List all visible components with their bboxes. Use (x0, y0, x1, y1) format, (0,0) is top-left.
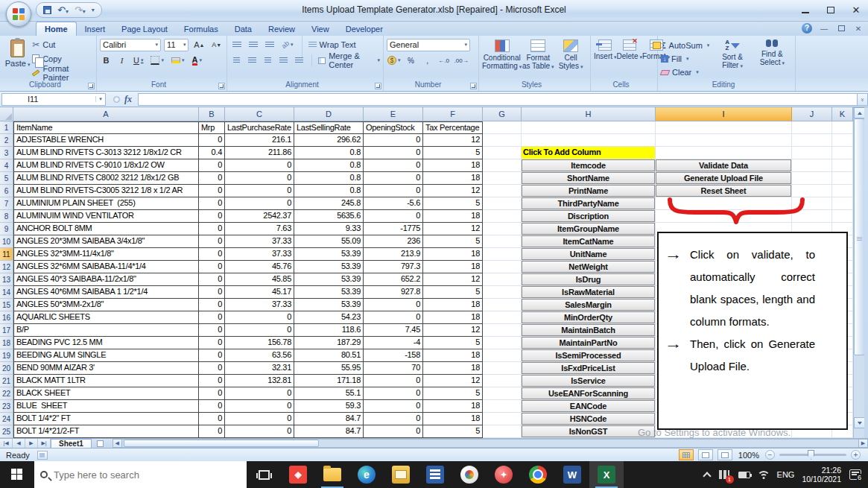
field-button-thirdpartyname[interactable]: ThirdPartyName (522, 197, 655, 209)
field-button-isdrug[interactable]: IsDrug (522, 273, 655, 285)
cell-G15[interactable] (483, 299, 522, 311)
cell-B9[interactable]: 0 (199, 223, 225, 235)
cell-F17[interactable]: 12 (423, 324, 483, 337)
cell-A12[interactable]: ANGLES 32*6MM SAIBABA-11/4*1/4 (13, 261, 199, 273)
tray-app-icon[interactable]: 1 (717, 468, 731, 481)
cell-A5[interactable]: ALUM BLIND RIVETS C8002 3212 1/8x1/2 GB (13, 172, 199, 185)
cell-B3[interactable]: 0.4 (199, 147, 225, 159)
cell-A21[interactable]: BLACK MATT 1LTR (13, 375, 199, 387)
cell-I4[interactable]: Validate Data (656, 159, 792, 172)
increase-indent-button[interactable] (293, 54, 305, 67)
cell-I5[interactable]: Generate Upload File (656, 172, 792, 185)
cell-F6[interactable]: 12 (423, 185, 483, 197)
cell-C15[interactable]: 37.33 (225, 299, 294, 311)
cell-B8[interactable]: 0 (199, 210, 225, 223)
cell-F5[interactable]: 18 (423, 172, 483, 185)
cell-C10[interactable]: 37.33 (225, 235, 294, 248)
cell-G17[interactable] (483, 324, 522, 337)
clock[interactable]: 21:2610/10/2021 (802, 466, 841, 484)
cell-A17[interactable]: B/P (13, 324, 199, 337)
cell-J1[interactable] (792, 121, 832, 134)
formula-input[interactable] (138, 93, 857, 106)
cell-A16[interactable]: AQUARLIC SHEETS (13, 311, 199, 324)
cell-H15[interactable]: SalesMargin (522, 299, 656, 311)
italic-button[interactable]: I (115, 54, 128, 67)
taskbar-app-excel[interactable]: X (589, 461, 624, 488)
taskbar-app-outlook[interactable] (384, 461, 418, 488)
cell-F1[interactable]: Tax Percentage (423, 121, 483, 134)
paste-button[interactable]: Paste (3, 38, 32, 80)
cell-G22[interactable] (483, 387, 522, 400)
help-icon[interactable]: ? (802, 23, 812, 34)
cell-D6[interactable]: 0.8 (294, 185, 364, 197)
cell-C16[interactable]: 0 (225, 311, 294, 324)
underline-button[interactable]: U (131, 54, 145, 67)
cell-C9[interactable]: 7.63 (225, 223, 294, 235)
field-button-printname[interactable]: PrintName (522, 185, 655, 197)
zoom-slider[interactable] (779, 454, 846, 456)
field-button-itemcatname[interactable]: ItemCatName (522, 235, 655, 247)
redo-icon[interactable]: ↷▾ (75, 5, 86, 15)
cell-H18[interactable]: MaintainPartNo (522, 337, 656, 349)
zoom-in-button[interactable]: + (851, 450, 861, 460)
autosum-button[interactable]: ΣAutoSum (661, 39, 709, 52)
column-header-e[interactable]: E (364, 107, 423, 121)
cell-F19[interactable]: 18 (423, 349, 483, 362)
clear-button[interactable]: Clear (661, 66, 709, 79)
cell-H22[interactable]: UseEANForScanning (522, 387, 656, 400)
cell-E8[interactable]: 0 (364, 210, 423, 223)
font-size-select[interactable]: 11 (164, 39, 189, 51)
next-sheet-icon[interactable]: ▶ (25, 439, 38, 448)
cell-B17[interactable]: 0 (199, 324, 225, 337)
cell-H5[interactable]: ShortName (522, 172, 656, 185)
cell-G6[interactable] (483, 185, 522, 197)
align-middle-button[interactable] (247, 39, 260, 51)
fill-button[interactable]: ↓Fill (661, 52, 709, 66)
cell-B21[interactable]: 0 (199, 375, 225, 387)
ribbon-tab-formulas[interactable]: Formulas (176, 22, 226, 36)
cell-F21[interactable]: 12 (423, 375, 483, 387)
cell-H12[interactable]: NetWeight (522, 261, 656, 273)
fill-color-button[interactable] (169, 54, 187, 67)
cell-D16[interactable]: 54.23 (294, 311, 364, 324)
cell-B2[interactable]: 0 (199, 134, 225, 147)
qat-customize-icon[interactable]: ▾ (92, 7, 95, 13)
cell-B14[interactable]: 0 (199, 286, 225, 299)
font-color-button[interactable]: A (190, 54, 204, 67)
cell-A13[interactable]: ANGLES 40*3 SAIBABA-11/2x1/8" (13, 273, 199, 286)
cell-G11[interactable] (483, 248, 522, 261)
cell-styles-button[interactable]: Cell Styles (554, 38, 587, 80)
cell-B24[interactable]: 0 (199, 413, 225, 425)
cell-A7[interactable]: ALUMINIUM PLAIN SHEET (255) (13, 197, 199, 210)
cell-F12[interactable]: 18 (423, 261, 483, 273)
cell-H14[interactable]: IsRawMaterial (522, 286, 656, 299)
cell-J3[interactable] (792, 147, 832, 159)
row-header-16[interactable]: 16 (0, 311, 13, 324)
cell-B10[interactable]: 0 (199, 235, 225, 248)
field-button-minorderqty[interactable]: MinOrderQty (522, 311, 655, 323)
cell-I1[interactable] (656, 121, 792, 134)
taskbar-app-anydesk[interactable]: ◈ (281, 461, 315, 488)
cell-B12[interactable]: 0 (199, 261, 225, 273)
cell-E12[interactable]: 797.3 (364, 261, 423, 273)
cell-G3[interactable] (483, 147, 522, 159)
cell-A20[interactable]: BEND 90MM AIZAR 3' (13, 362, 199, 375)
row-header-22[interactable]: 22 (0, 387, 13, 400)
row-header-13[interactable]: 13 (0, 273, 13, 286)
cell-K4[interactable] (832, 159, 853, 172)
cell-D9[interactable]: 9.33 (294, 223, 364, 235)
start-button[interactable] (0, 461, 34, 488)
merge-center-button[interactable]: Merge & Center (318, 54, 380, 67)
row-header-14[interactable]: 14 (0, 286, 13, 299)
cell-H10[interactable]: ItemCatName (522, 235, 656, 248)
cell-H19[interactable]: IsSemiProcessed (522, 349, 656, 362)
cell-F2[interactable]: 12 (423, 134, 483, 147)
cell-C21[interactable]: 132.81 (225, 375, 294, 387)
cell-E11[interactable]: 213.9 (364, 248, 423, 261)
align-bottom-button[interactable] (263, 39, 276, 51)
field-button-discription[interactable]: Discription (522, 210, 655, 222)
sort-filter-button[interactable]: AZSort & Filter (712, 38, 752, 80)
cell-B13[interactable]: 0 (199, 273, 225, 286)
wrap-text-button[interactable]: Wrap Text (308, 38, 356, 51)
cell-A10[interactable]: ANGLES 20*3MM SAIBABA 3/4x1/8" (13, 235, 199, 248)
